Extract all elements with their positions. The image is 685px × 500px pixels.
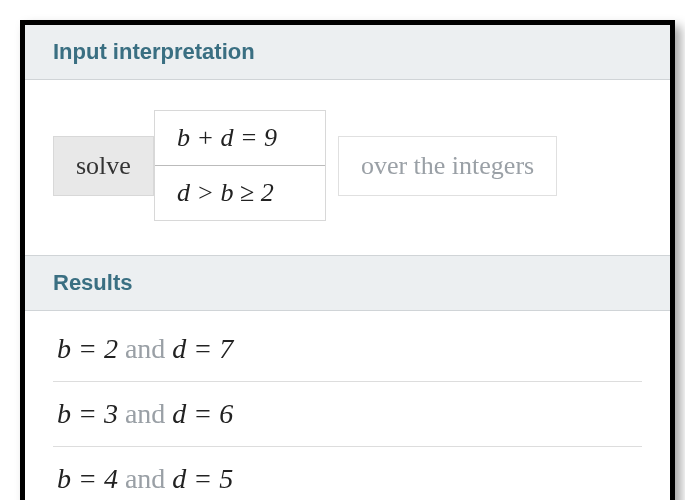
result-join: and — [125, 398, 165, 429]
result-row: b = 3 and d = 6 — [53, 382, 642, 447]
results-header: Results — [25, 255, 670, 311]
result-panel: Input interpretation solve b + d = 9 d >… — [20, 20, 675, 500]
result-row: b = 2 and d = 7 — [53, 317, 642, 382]
result-join: and — [125, 463, 165, 494]
results-body: b = 2 and d = 7 b = 3 and d = 6 b = 4 an… — [25, 311, 670, 500]
equation-1: b + d = 9 — [155, 111, 325, 165]
results-title: Results — [53, 270, 132, 295]
result-lhs: b = 4 — [57, 463, 118, 494]
result-rhs: d = 5 — [172, 463, 233, 494]
result-rhs: d = 7 — [172, 333, 233, 364]
domain-label: over the integers — [338, 136, 557, 196]
equation-box: b + d = 9 d > b ≥ 2 — [154, 110, 326, 221]
interpretation-title: Input interpretation — [53, 39, 255, 64]
result-rhs: d = 6 — [172, 398, 233, 429]
result-lhs: b = 3 — [57, 398, 118, 429]
result-join: and — [125, 333, 165, 364]
interpretation-body: solve b + d = 9 d > b ≥ 2 over the integ… — [25, 80, 670, 255]
result-row: b = 4 and d = 5 — [53, 447, 642, 500]
interpretation-header: Input interpretation — [25, 25, 670, 80]
equation-2: d > b ≥ 2 — [155, 165, 325, 220]
solve-label: solve — [53, 136, 154, 196]
result-lhs: b = 2 — [57, 333, 118, 364]
